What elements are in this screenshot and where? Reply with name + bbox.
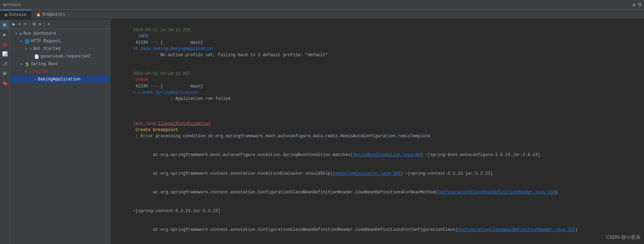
toolbar-separator-2	[44, 21, 44, 27]
not-started-label: Not Started	[33, 46, 61, 51]
commit-icon[interactable]: ⎇	[1, 60, 9, 68]
spring-icon: 🍃	[25, 62, 29, 67]
tree-item-not-started[interactable]: ▾ ○ Not Started	[10, 45, 110, 53]
file-icon: 📄	[34, 54, 39, 59]
generated-requests-label: generated-requests#2	[41, 54, 91, 59]
run-icon[interactable]: ▶	[1, 31, 9, 39]
failed-icon: ✗	[29, 70, 32, 74]
group-button[interactable]: ≡	[38, 21, 42, 27]
console-line-blank	[113, 108, 641, 114]
collapse-all-button[interactable]: ⬆	[23, 21, 27, 27]
top-bar-icons: ⚙ ⧉	[633, 2, 641, 8]
console-at-line: at org.springframework.context.annotatio…	[113, 164, 641, 183]
console-at-line: ~[spring-context-5.3.23.jar:5.3.23]	[113, 202, 641, 220]
chevron-failed: ▾	[25, 70, 28, 74]
console-icon: ▤	[5, 12, 7, 17]
baking-error-icon: ●	[34, 77, 37, 81]
http-icon: 🌐	[25, 39, 29, 44]
http-request-label: HTTP Request	[31, 39, 61, 44]
sidebar-toolbar: ▶ ⬇ ⬆ ⊞ ≡ +	[10, 19, 110, 29]
tree-item-generated-requests[interactable]: 📄 generated-requests#2	[10, 53, 110, 60]
tree-item-baking-application[interactable]: ● BakingApplication	[10, 76, 110, 83]
toolbar-separator	[29, 21, 30, 27]
run-all-button[interactable]: ▶	[12, 21, 16, 27]
main-content: ⚙ ▶ 🐞 📊 ⎇ 🏛 🔖 ▶ ⬇ ⬆ ⊞ ≡ + ▾ ▶ Run Dashbo…	[0, 19, 644, 244]
tab-bar: ▤ Console 🔥 Endpoints	[0, 10, 644, 19]
top-bar: Services ⚙ ⧉	[0, 0, 644, 10]
baking-application-label: BakingApplication	[38, 77, 80, 82]
console-exception-line: java.lang.IllegalStateException Create b…	[113, 114, 641, 146]
debug-icon[interactable]: 🐞	[1, 40, 9, 49]
chevron-run-dashboard: ▾	[15, 32, 19, 36]
external-link-icon[interactable]: ⧉	[638, 2, 641, 8]
tab-endpoints[interactable]: 🔥 Endpoints	[31, 10, 70, 19]
console-at-line: at org.springframework.context.annotatio…	[113, 183, 641, 202]
sidebar: ▶ ⬇ ⬆ ⊞ ≡ + ▾ ▶ Run Dashboard ▾ 🌐 HTTP R…	[10, 19, 110, 244]
console-at-line: at org.springframework.boot.autoconfigur…	[113, 146, 641, 164]
expand-all-button[interactable]: ⬇	[17, 21, 22, 27]
console-tab-label: Console	[9, 12, 26, 17]
not-started-status-icon: ○	[29, 47, 32, 51]
console-at-line: at org.springframework.context.annotatio…	[113, 220, 641, 239]
endpoint-icon: 🔥	[36, 12, 41, 17]
console-panel: 2024-09-11 14:24:11.225 INFO 41336 --- […	[110, 19, 644, 244]
tree-item-spring-boot[interactable]: ▾ 🍃 Spring Boot	[10, 60, 110, 68]
console-content[interactable]: 2024-09-11 14:24:11.225 INFO 41336 --- […	[110, 19, 644, 244]
spring-boot-label: Spring Boot	[31, 62, 58, 67]
left-icon-bar: ⚙ ▶ 🐞 📊 ⎇ 🏛 🔖	[0, 19, 10, 244]
tree-item-run-dashboard[interactable]: ▾ ▶ Run Dashboard	[10, 30, 110, 37]
failed-label: Failed	[33, 69, 48, 74]
add-button[interactable]: +	[46, 21, 51, 27]
filter-button[interactable]: ⊞	[32, 21, 36, 27]
tree-item-failed[interactable]: ▾ ✗ Failed	[10, 68, 110, 76]
profile-icon[interactable]: 📊	[1, 50, 9, 58]
bookmark-icon[interactable]: 🔖	[1, 79, 9, 87]
services-icon[interactable]: ⚙	[1, 21, 9, 29]
tab-console[interactable]: ▤ Console	[0, 10, 31, 19]
console-line: 2024-09-11 14:24:11.837 ERROR 41336 --- …	[113, 64, 641, 108]
structure-icon[interactable]: 🏛	[1, 69, 9, 78]
gear-icon[interactable]: ⚙	[633, 2, 635, 8]
services-title: Services	[3, 3, 21, 7]
console-line: 2024-09-11 14:24:11.225 INFO 41336 --- […	[113, 21, 641, 64]
run-dashboard-label: Run Dashboard	[24, 31, 56, 36]
chevron-not-started: ▾	[25, 47, 28, 51]
console-at-line: ~[spring-context-5.3.23.jar:5.3.23]	[113, 239, 641, 244]
chevron-spring-boot: ▾	[20, 62, 24, 66]
endpoints-tab-label: Endpoints	[43, 12, 65, 17]
run-icon: ▶	[20, 32, 22, 36]
chevron-http-request: ▾	[20, 39, 24, 43]
sidebar-tree: ▾ ▶ Run Dashboard ▾ 🌐 HTTP Request ▾ ○ N…	[10, 29, 110, 244]
tree-item-http-request[interactable]: ▾ 🌐 HTTP Request	[10, 37, 110, 45]
